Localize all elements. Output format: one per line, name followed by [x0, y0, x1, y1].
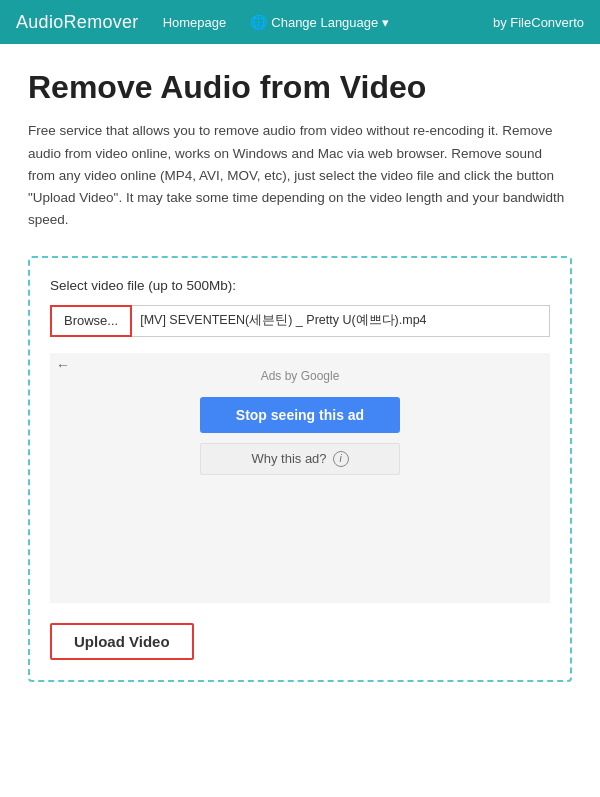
change-language-link[interactable]: 🌐 Change Language ▾ [250, 14, 389, 30]
browse-button[interactable]: Browse... [50, 305, 132, 337]
ads-back-arrow[interactable]: ← [56, 357, 70, 373]
select-label: Select video file (up to 500Mb): [50, 278, 550, 293]
why-this-ad-button[interactable]: Why this ad? i [200, 443, 400, 475]
page-title: Remove Audio from Video [28, 68, 572, 106]
language-label: Change Language [271, 15, 378, 30]
page-description: Free service that allows you to remove a… [28, 120, 572, 231]
homepage-link[interactable]: Homepage [163, 15, 227, 30]
info-icon: i [333, 451, 349, 467]
file-input-row: Browse... [MV] SEVENTEEN(세븐틴) _ Pretty U… [50, 305, 550, 337]
homepage-label: Homepage [163, 15, 227, 30]
upload-video-button[interactable]: Upload Video [50, 623, 194, 660]
why-ad-label: Why this ad? [251, 451, 326, 466]
by-fileconverto: by FileConverto [493, 15, 584, 30]
main-content: Remove Audio from Video Free service tha… [0, 44, 600, 702]
file-name-display: [MV] SEVENTEEN(세븐틴) _ Pretty U(예쁘다).mp4 [132, 305, 550, 337]
ads-by-google-label: Ads by Google [261, 369, 340, 383]
navigation: AudioRemover Homepage 🌐 Change Language … [0, 0, 600, 44]
brand-bold: Audio [16, 12, 64, 32]
globe-icon: 🌐 [250, 14, 267, 30]
chevron-down-icon: ▾ [382, 15, 389, 30]
ads-container: ← Ads by Google Stop seeing this ad Why … [50, 353, 550, 603]
brand-normal: Remover [64, 12, 139, 32]
brand-logo: AudioRemover [16, 12, 139, 33]
upload-box: Select video file (up to 500Mb): Browse.… [28, 256, 572, 682]
stop-seeing-ad-button[interactable]: Stop seeing this ad [200, 397, 400, 433]
